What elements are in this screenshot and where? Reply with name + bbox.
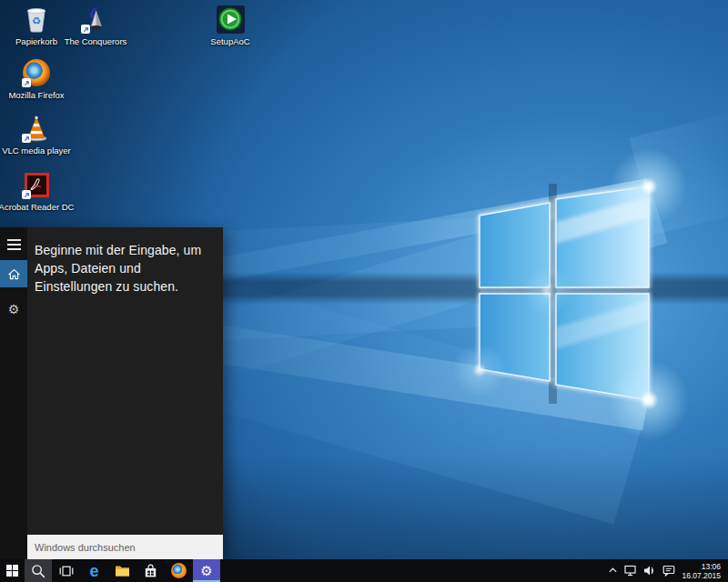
shortcut-arrow-icon (22, 190, 31, 199)
store-bag-icon (144, 564, 157, 578)
start-button[interactable] (0, 559, 25, 582)
firefox-icon (171, 563, 187, 578)
store-button[interactable] (136, 559, 165, 582)
taskbar-search-button[interactable] (25, 559, 52, 582)
edge-icon: e (89, 563, 98, 579)
desktop-icon-vlc[interactable]: VLC media player (0, 113, 77, 156)
search-icon (31, 564, 46, 578)
clock-date: 16.07.2015 (682, 571, 721, 580)
desktop-icon-acrobat[interactable]: Acrobat Reader DC (0, 169, 77, 212)
network-icon (624, 565, 637, 577)
gear-icon: ⚙ (200, 565, 212, 577)
clock-time: 13:06 (702, 562, 721, 571)
file-explorer-button[interactable] (108, 559, 136, 582)
tray-action-center-button[interactable] (662, 565, 675, 577)
desktop-icon-label: Acrobat Reader DC (0, 202, 74, 212)
task-view-button[interactable] (52, 559, 80, 582)
search-placeholder: Windows durchsuchen (35, 542, 136, 553)
desktop-icon-the-conquerors[interactable]: The Conquerors (55, 4, 136, 46)
search-panel-nav-rail: ⚙ (0, 227, 27, 559)
desktop-icon-label: SetupAoC (210, 36, 249, 46)
desktop-icon-label: Papierkorb (15, 36, 57, 46)
search-flyout-panel: ⚙ Beginne mit der Eingabe, um Apps, Date… (0, 227, 223, 559)
search-prompt-text: Beginne mit der Eingabe, um Apps, Dateie… (35, 241, 213, 296)
home-icon (7, 267, 21, 281)
search-input[interactable]: Windows durchsuchen (27, 535, 223, 559)
settings-app-button[interactable]: ⚙ (193, 559, 220, 582)
folder-icon (115, 564, 130, 577)
taskbar: e ⚙ (0, 559, 728, 582)
hamburger-menu-button[interactable] (0, 232, 27, 257)
taskbar-clock[interactable]: 13:06 16.07.2015 (682, 562, 721, 580)
desktop-icon-label: Mozilla Firefox (8, 90, 64, 100)
nav-home-button[interactable] (0, 260, 27, 287)
edge-button[interactable]: e (80, 559, 108, 582)
setup-aoc-icon (217, 5, 245, 34)
system-tray: 13:06 16.07.2015 (608, 559, 728, 582)
gear-icon: ⚙ (8, 303, 20, 316)
search-panel-body: Beginne mit der Eingabe, um Apps, Dateie… (27, 227, 223, 559)
desktop-icon-setup-aoc[interactable]: SetupAoC (189, 4, 271, 46)
windows-logo-icon (6, 565, 19, 577)
recycle-bin-icon: ♻ (24, 5, 49, 34)
chevron-up-icon (608, 566, 618, 576)
tray-network-button[interactable] (624, 565, 637, 577)
tray-volume-button[interactable] (643, 565, 656, 577)
hamburger-icon (7, 239, 21, 250)
action-center-icon (662, 565, 675, 577)
volume-icon (643, 565, 656, 577)
desktop-icon-label: VLC media player (2, 146, 71, 156)
desktop-icon-firefox[interactable]: Mozilla Firefox (0, 57, 77, 100)
svg-text:♻: ♻ (32, 15, 41, 27)
shortcut-arrow-icon (81, 25, 90, 34)
shortcut-arrow-icon (22, 134, 31, 143)
tray-chevron-up-button[interactable] (608, 566, 618, 576)
nav-settings-button[interactable]: ⚙ (0, 296, 27, 322)
firefox-taskbar-button[interactable] (165, 559, 193, 582)
desktop-icon-label: The Conquerors (65, 36, 127, 46)
shortcut-arrow-icon (22, 78, 31, 87)
task-view-icon (59, 564, 74, 578)
